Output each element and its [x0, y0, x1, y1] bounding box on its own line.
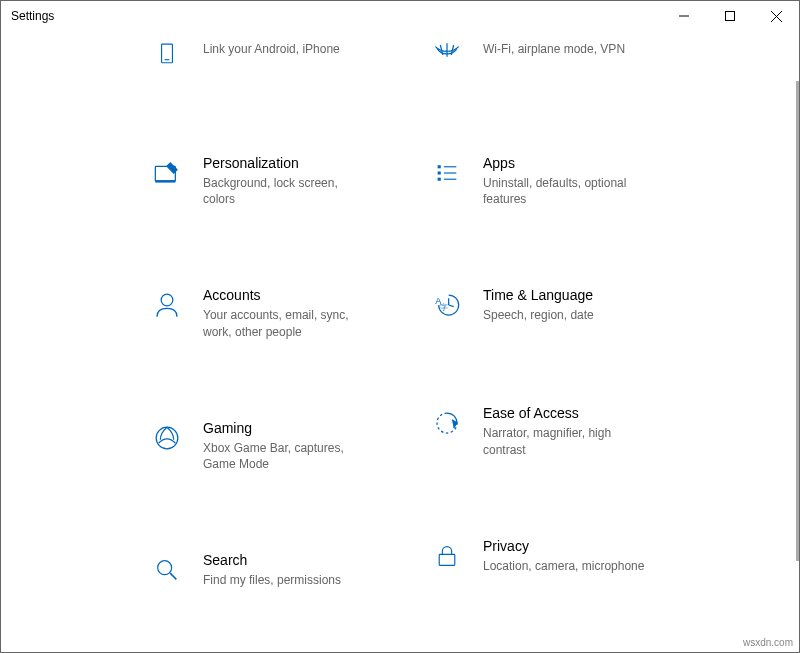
setting-network[interactable]: Wi-Fi, airplane mode, VPN [421, 31, 701, 79]
personalization-icon [147, 153, 187, 193]
setting-personalization[interactable]: Personalization Background, lock screen,… [141, 149, 421, 211]
setting-time-language[interactable]: A字 Time & Language Speech, region, date [421, 281, 701, 329]
setting-gaming[interactable]: Gaming Xbox Game Bar, captures, Game Mod… [141, 414, 421, 476]
close-icon [771, 11, 782, 22]
setting-desc: Wi-Fi, airplane mode, VPN [483, 41, 625, 57]
setting-desc: Your accounts, email, sync, work, other … [203, 307, 367, 339]
setting-text: Personalization Background, lock screen,… [187, 153, 367, 207]
setting-accounts[interactable]: Accounts Your accounts, email, sync, wor… [141, 281, 421, 343]
minimize-button[interactable] [661, 1, 707, 31]
setting-text: Link your Android, iPhone [187, 35, 340, 57]
accounts-icon [147, 285, 187, 325]
setting-privacy[interactable]: Privacy Location, camera, microphone [421, 532, 701, 580]
setting-title: Accounts [203, 287, 367, 303]
svg-line-22 [449, 305, 454, 307]
setting-text: Search Find my files, permissions [187, 550, 341, 588]
search-icon [147, 550, 187, 590]
setting-text: Wi-Fi, airplane mode, VPN [467, 35, 625, 57]
setting-text: Accounts Your accounts, email, sync, wor… [187, 285, 367, 339]
svg-point-9 [156, 427, 178, 449]
watermark: wsxdn.com [743, 637, 793, 648]
setting-desc: Find my files, permissions [203, 572, 341, 588]
phone-icon [147, 35, 187, 75]
svg-rect-17 [438, 171, 441, 174]
network-icon [427, 35, 467, 75]
svg-point-8 [161, 295, 173, 307]
setting-title: Apps [483, 155, 647, 171]
content-area: Link your Android, iPhone Personalizatio… [1, 31, 795, 652]
time-icon: A字 [427, 285, 467, 325]
minimize-icon [679, 11, 689, 21]
svg-text:字: 字 [440, 303, 448, 312]
right-column: Wi-Fi, airplane mode, VPN Apps Uninstall… [421, 31, 701, 652]
setting-search[interactable]: Search Find my files, permissions [141, 546, 421, 594]
gaming-icon [147, 418, 187, 458]
setting-phone[interactable]: Link your Android, iPhone [141, 31, 421, 79]
setting-text: Apps Uninstall, defaults, optional featu… [467, 153, 647, 207]
setting-text: Time & Language Speech, region, date [467, 285, 594, 323]
setting-desc: Narrator, magnifier, high contrast [483, 425, 647, 457]
titlebar: Settings [1, 1, 799, 31]
svg-rect-19 [438, 178, 441, 181]
setting-desc: Xbox Game Bar, captures, Game Mode [203, 440, 367, 472]
setting-text: Ease of Access Narrator, magnifier, high… [467, 403, 647, 457]
setting-title: Gaming [203, 420, 367, 436]
maximize-button[interactable] [707, 1, 753, 31]
svg-line-11 [170, 573, 176, 579]
svg-rect-25 [439, 554, 455, 565]
svg-rect-1 [726, 12, 735, 21]
svg-rect-15 [438, 165, 441, 168]
svg-point-10 [158, 561, 172, 575]
setting-title: Time & Language [483, 287, 594, 303]
setting-desc: Link your Android, iPhone [203, 41, 340, 57]
setting-title: Privacy [483, 538, 644, 554]
setting-desc: Location, camera, microphone [483, 558, 644, 574]
settings-grid: Link your Android, iPhone Personalizatio… [1, 31, 795, 652]
setting-desc: Uninstall, defaults, optional features [483, 175, 647, 207]
setting-apps[interactable]: Apps Uninstall, defaults, optional featu… [421, 149, 701, 211]
setting-title: Search [203, 552, 341, 568]
setting-text: Gaming Xbox Game Bar, captures, Game Mod… [187, 418, 367, 472]
setting-title: Personalization [203, 155, 367, 171]
setting-text: Privacy Location, camera, microphone [467, 536, 644, 574]
privacy-icon [427, 536, 467, 576]
close-button[interactable] [753, 1, 799, 31]
left-column: Link your Android, iPhone Personalizatio… [141, 31, 421, 652]
setting-ease-of-access[interactable]: Ease of Access Narrator, magnifier, high… [421, 399, 701, 461]
ease-icon [427, 403, 467, 443]
maximize-icon [725, 11, 735, 21]
window-title: Settings [11, 9, 54, 23]
setting-desc: Background, lock screen, colors [203, 175, 367, 207]
setting-desc: Speech, region, date [483, 307, 594, 323]
scrollbar[interactable] [796, 81, 799, 561]
apps-icon [427, 153, 467, 193]
settings-window: Settings Link [0, 0, 800, 653]
window-controls [661, 1, 799, 31]
setting-title: Ease of Access [483, 405, 647, 421]
